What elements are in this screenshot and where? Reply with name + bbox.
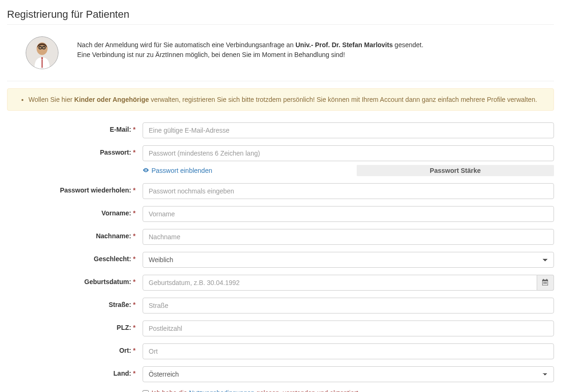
alert-post: verwalten, registrieren Sie sich bitte t… [149,96,537,103]
country-label: Land: * [7,366,143,377]
registration-form: E-Mail: * Passwort: * Passwort einblende… [7,122,554,392]
birthdate-input[interactable] [143,275,537,291]
intro-line2: Eine Verbindung ist nur zu ÄrztInnen mög… [77,50,424,60]
gender-label: Geschlecht: * [7,252,143,263]
zip-label: PLZ: * [7,321,143,331]
svg-rect-5 [42,60,43,68]
password-repeat-label: Passwort wiederholen: * [7,183,143,194]
terms-link[interactable]: Nutzungsbedingungen [189,389,254,392]
page-title: Registrierung für Patienten [7,5,554,25]
city-label: Ort: * [7,343,143,354]
show-password-text: Passwort einblenden [151,167,212,174]
intro-section: Nach der Anmeldung wird für Sie automati… [7,32,554,81]
alert-pre: Wollen Sie hier [29,96,74,103]
city-input[interactable] [143,343,554,359]
street-input[interactable] [143,298,554,314]
terms-post: gelesen, verstanden und akzeptiert. [254,389,360,392]
terms-checkbox[interactable] [143,390,149,392]
divider [7,81,554,81]
firstname-label: Vorname: * [7,206,143,217]
email-label: E-Mail: * [7,122,143,133]
terms-pre: Ich habe die [151,389,189,392]
terms-row[interactable]: Ich habe die Nutzungsbedingungen gelesen… [143,389,554,392]
doctor-avatar [26,36,58,69]
calendar-button[interactable] [537,275,554,291]
lastname-label: Nachname: * [7,229,143,240]
info-alert: Wollen Sie hier Kinder oder Angehörige v… [7,88,554,111]
show-password-toggle[interactable]: Passwort einblenden [143,165,357,176]
firstname-input[interactable] [143,206,554,222]
intro-line1-pre: Nach der Anmeldung wird für Sie automati… [77,41,295,49]
gender-select[interactable]: Weiblich [143,252,554,268]
zip-input[interactable] [143,321,554,336]
alert-bold: Kinder oder Angehörige [74,96,149,103]
password-repeat-input[interactable] [143,183,554,199]
intro-line1-post: gesendet. [393,41,423,49]
eye-icon [143,167,149,175]
calendar-icon [542,279,548,287]
intro-text: Nach der Anmeldung wird für Sie automati… [77,36,424,60]
doctor-name: Univ.- Prof. Dr. Stefan Marlovits [295,41,393,49]
lastname-input[interactable] [143,229,554,245]
email-input[interactable] [143,122,554,138]
birthdate-label: Geburtsdatum: * [7,275,143,285]
password-input[interactable] [143,145,554,161]
password-label: Passwort: * [7,145,143,156]
password-strength-meter: Passwort Stärke [357,165,554,176]
street-label: Straße: * [7,298,143,308]
country-select[interactable]: Österreich [143,366,554,382]
